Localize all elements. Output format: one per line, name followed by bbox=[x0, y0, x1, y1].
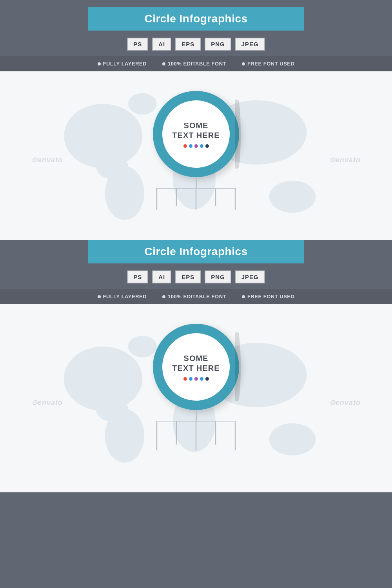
dot-free-2 bbox=[242, 295, 245, 298]
info-layered-2: FULLY LAYERED bbox=[98, 294, 147, 299]
badge-png-2: PNG bbox=[205, 270, 231, 283]
svg-point-20 bbox=[269, 423, 316, 456]
cdot-1-5 bbox=[205, 144, 209, 148]
stem-2 bbox=[196, 410, 197, 421]
stem-1 bbox=[196, 177, 197, 188]
cdot-2-3 bbox=[194, 377, 198, 381]
info-strip-1: FULLY LAYERED 100% EDITABLE FONT FREE FO… bbox=[0, 56, 392, 71]
svg-point-6 bbox=[269, 181, 316, 213]
section-1: Circle Infographics PS AI EPS PNG JPEG F… bbox=[0, 0, 392, 240]
dot-layered-1 bbox=[98, 62, 101, 65]
circle-outer-2: SOME TEXT HERE bbox=[153, 324, 239, 410]
badge-jpeg-1: JPEG bbox=[235, 38, 265, 51]
circle-inner-1: SOME TEXT HERE bbox=[162, 100, 230, 168]
badge-jpeg-2: JPEG bbox=[235, 270, 265, 283]
circle-inner-2: SOME TEXT HERE bbox=[162, 333, 230, 401]
badge-png-1: PNG bbox=[205, 38, 231, 51]
dots-row-circle-1 bbox=[183, 144, 209, 148]
cdot-2-2 bbox=[189, 377, 192, 381]
badge-ai-2: AI bbox=[152, 270, 171, 283]
cdot-2-4 bbox=[200, 377, 203, 381]
cdot-1-4 bbox=[200, 144, 203, 148]
circle-text-1: SOME TEXT HERE bbox=[172, 121, 220, 140]
header-band-1: Circle Infographics bbox=[88, 7, 304, 31]
dots-row-circle-2 bbox=[183, 377, 209, 381]
cdot-2-5 bbox=[205, 377, 209, 381]
info-font-2: 100% EDITABLE FONT bbox=[162, 294, 226, 299]
dot-font-2 bbox=[162, 295, 165, 298]
badge-ps-1: PS bbox=[127, 38, 148, 51]
badge-eps-2: EPS bbox=[175, 270, 201, 283]
dot-layered-2 bbox=[98, 295, 101, 298]
infographic-area-2: ⊙envato ⊙envato SOME TEXT HERE bbox=[0, 304, 392, 492]
info-layered-1: FULLY LAYERED bbox=[98, 61, 147, 67]
info-free-2: FREE FONT USED bbox=[242, 294, 294, 299]
cdot-1-1 bbox=[183, 144, 187, 148]
dot-free-1 bbox=[242, 62, 245, 65]
connector-2 bbox=[145, 410, 247, 452]
header-band-2: Circle Infographics bbox=[88, 240, 304, 263]
info-font-1: 100% EDITABLE FONT bbox=[162, 61, 226, 67]
circle-text-2: SOME TEXT HERE bbox=[172, 354, 220, 373]
info-strip-2: FULLY LAYERED 100% EDITABLE FONT FREE FO… bbox=[0, 289, 392, 304]
svg-point-2 bbox=[105, 166, 144, 220]
info-free-1: FREE FONT USED bbox=[242, 61, 294, 67]
connector-branches-1 bbox=[145, 188, 247, 212]
badges-row-1: PS AI EPS PNG JPEG bbox=[127, 38, 265, 51]
connector-branches-2 bbox=[145, 421, 247, 452]
title-1: Circle Infographics bbox=[100, 13, 292, 25]
circle-container-2: SOME TEXT HERE bbox=[145, 324, 247, 452]
svg-point-16 bbox=[105, 409, 144, 463]
cdot-2-1 bbox=[183, 377, 187, 381]
dot-font-1 bbox=[162, 62, 165, 65]
connector-1 bbox=[145, 177, 247, 212]
badge-ai-1: AI bbox=[152, 38, 171, 51]
section-2: Circle Infographics PS AI EPS PNG JPEG F… bbox=[0, 240, 392, 492]
circle-container-1: SOME TEXT HERE bbox=[145, 91, 247, 212]
circle-outer-1: SOME TEXT HERE bbox=[153, 91, 239, 177]
badges-row-2: PS AI EPS PNG JPEG bbox=[127, 270, 265, 283]
cdot-1-2 bbox=[189, 144, 192, 148]
infographic-area-1: ⊙envato ⊙envato SOME TEXT HERE bbox=[0, 71, 392, 240]
title-2: Circle Infographics bbox=[100, 245, 292, 258]
cdot-1-3 bbox=[194, 144, 198, 148]
badge-eps-1: EPS bbox=[175, 38, 201, 51]
badge-ps-2: PS bbox=[127, 270, 148, 283]
